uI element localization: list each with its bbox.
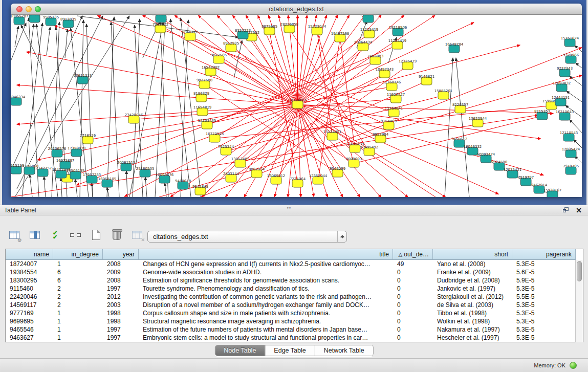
- network-node[interactable]: 16210643: [556, 110, 574, 120]
- table-cell[interactable]: 0: [393, 268, 433, 276]
- table-row[interactable]: 1456911722003Disruption of a novel membe…: [6, 301, 583, 309]
- table-row[interactable]: 1830029562008Estimation of significance …: [6, 276, 583, 285]
- network-node[interactable]: 25160503: [136, 167, 155, 177]
- table-cell[interactable]: 5.3E-5: [512, 285, 576, 293]
- table-cell[interactable]: 1998: [103, 309, 139, 317]
- modify-columns-button[interactable]: ⚙: [7, 228, 21, 242]
- network-node[interactable]: 8215353: [534, 110, 550, 120]
- table-cell[interactable]: 1: [53, 317, 103, 325]
- network-node[interactable]: 9875685: [262, 25, 277, 35]
- table-cell[interactable]: Tibbo et al. (1998): [433, 309, 512, 317]
- column-header-short[interactable]: short: [433, 249, 512, 260]
- table-cell[interactable]: Disruption of a novel member of a sodium…: [139, 301, 393, 309]
- network-node[interactable]: 16053809: [152, 15, 170, 23]
- network-node[interactable]: 16975887: [56, 159, 75, 169]
- tab-node-table[interactable]: Node Table: [215, 345, 265, 356]
- column-header-title[interactable]: title: [139, 249, 393, 260]
- network-node[interactable]: 8860128: [182, 30, 198, 40]
- network-node[interactable]: 8186328: [193, 92, 209, 102]
- table-cell[interactable]: 49: [393, 260, 433, 268]
- table-row[interactable]: 969969511998Structural magnetic resonanc…: [6, 317, 583, 325]
- network-node[interactable]: 15134451: [323, 130, 342, 140]
- network-node[interactable]: 10093476: [156, 173, 174, 183]
- network-node[interactable]: 9329966: [563, 53, 579, 63]
- table-cell[interactable]: Estimation of the future numbers of pati…: [139, 325, 393, 334]
- network-node[interactable]: 20364434: [354, 40, 373, 51]
- table-row[interactable]: 2242004622012Investigating the contribut…: [6, 293, 583, 301]
- network-node[interactable]: 9154469: [381, 119, 397, 129]
- table-cell[interactable]: 5.3E-5: [512, 334, 576, 342]
- table-cell[interactable]: 2008: [103, 276, 139, 285]
- network-node[interactable]: 19218506: [389, 26, 407, 36]
- network-node[interactable]: 7224064: [290, 177, 306, 187]
- table-cell[interactable]: 1997: [103, 285, 139, 293]
- network-node[interactable]: 12142757: [34, 166, 52, 177]
- network-node[interactable]: 15723044: [308, 25, 326, 35]
- network-node[interactable]: 9827505: [211, 53, 227, 63]
- table-cell[interactable]: Corpus callosum shape and size in male p…: [139, 309, 393, 317]
- table-cell[interactable]: 2003: [103, 301, 139, 309]
- column-header-in_degree[interactable]: in_degree: [53, 249, 103, 260]
- table-cell[interactable]: 14569117: [6, 301, 53, 309]
- table-cell[interactable]: 1: [53, 260, 103, 268]
- float-panel-icon[interactable]: [563, 207, 570, 213]
- network-node[interactable]: 8357223: [235, 29, 251, 39]
- window-titlebar[interactable]: citations_edges.txt: [11, 4, 582, 15]
- table-cell[interactable]: Stergiakouli et al. (2012): [433, 293, 512, 301]
- network-node[interactable]: 8220357: [452, 103, 468, 113]
- table-cell[interactable]: 6: [53, 276, 103, 285]
- network-node[interactable]: 11654819: [193, 105, 212, 116]
- table-cell[interactable]: 5.5E-5: [512, 293, 576, 301]
- network-node[interactable]: 12110543: [560, 131, 578, 141]
- network-node[interactable]: 8813054: [360, 15, 377, 23]
- table-row[interactable]: 977716911998Corpus callosum shape and si…: [6, 309, 583, 317]
- column-header-name[interactable]: name: [6, 249, 53, 260]
- network-node[interactable]: 19497568: [331, 32, 350, 42]
- table-cell[interactable]: 0: [393, 285, 433, 293]
- table-cell[interactable]: 5.3E-5: [512, 325, 576, 334]
- network-node[interactable]: 10495492: [360, 145, 379, 156]
- table-cell[interactable]: 2009: [103, 268, 139, 276]
- table-cell[interactable]: Nakamura et al. (1997): [433, 325, 512, 334]
- network-node[interactable]: 9827508: [197, 78, 212, 89]
- table-cell[interactable]: Jankovic et al. (1997): [433, 285, 512, 293]
- table-cell[interactable]: de Silva et al. (2003): [433, 301, 512, 309]
- table-cell[interactable]: 0: [393, 325, 433, 334]
- tab-edge-table[interactable]: Edge Table: [265, 345, 314, 356]
- close-panel-icon[interactable]: ✕: [576, 206, 582, 215]
- table-cell[interactable]: 9777169: [6, 309, 53, 317]
- network-node[interactable]: 9505135: [43, 15, 59, 26]
- network-node[interactable]: 9450618: [175, 179, 191, 189]
- network-node[interactable]: 7485083: [367, 54, 383, 64]
- table-cell[interactable]: Changes of HCN gene expression and I(f) …: [139, 260, 393, 268]
- network-node[interactable]: 15938167: [543, 188, 562, 197]
- table-select-dropdown[interactable]: citations_edges.txt: [147, 231, 347, 243]
- network-node[interactable]: 20206576: [48, 147, 67, 157]
- network-node[interactable]: 23420046: [125, 113, 143, 123]
- close-window-button[interactable]: [16, 6, 23, 12]
- table-cell[interactable]: 1: [53, 325, 103, 334]
- network-node[interactable]: 9227343: [557, 67, 573, 77]
- table-cell[interactable]: 18724007: [6, 260, 53, 268]
- table-cell[interactable]: 5.3E-5: [512, 260, 576, 268]
- table-cell[interactable]: 2012: [103, 293, 139, 301]
- table-cell[interactable]: Franke et al. (2009): [433, 268, 512, 276]
- network-window[interactable]: citations_edges.txt 18724007282260581572…: [11, 4, 582, 197]
- tab-network-table[interactable]: Network Table: [315, 345, 373, 356]
- table-cell[interactable]: 1998: [103, 317, 139, 325]
- network-node[interactable]: 13164641: [385, 106, 403, 117]
- network-node[interactable]: 10497343: [376, 68, 394, 78]
- splitter-grip[interactable]: ●●: [287, 207, 294, 209]
- table-cell[interactable]: 19384554: [6, 268, 53, 276]
- table-cell[interactable]: 2008: [103, 260, 139, 268]
- table-cell[interactable]: Structural magnetic resonance image aver…: [139, 317, 393, 325]
- table-row[interactable]: 946362711997Embryonic stem cells: a mode…: [6, 334, 583, 342]
- network-node[interactable]: 15276062: [26, 15, 44, 23]
- network-node[interactable]: 7919795: [563, 164, 579, 174]
- delete-table-button[interactable]: [110, 228, 123, 242]
- table-cell[interactable]: 0: [393, 309, 433, 317]
- table-cell[interactable]: 0: [393, 301, 433, 309]
- network-node[interactable]: 8912935: [223, 41, 239, 52]
- table-cell[interactable]: Genome-wide association studies in ADHD.: [139, 268, 393, 276]
- network-node[interactable]: 12093832: [553, 81, 571, 92]
